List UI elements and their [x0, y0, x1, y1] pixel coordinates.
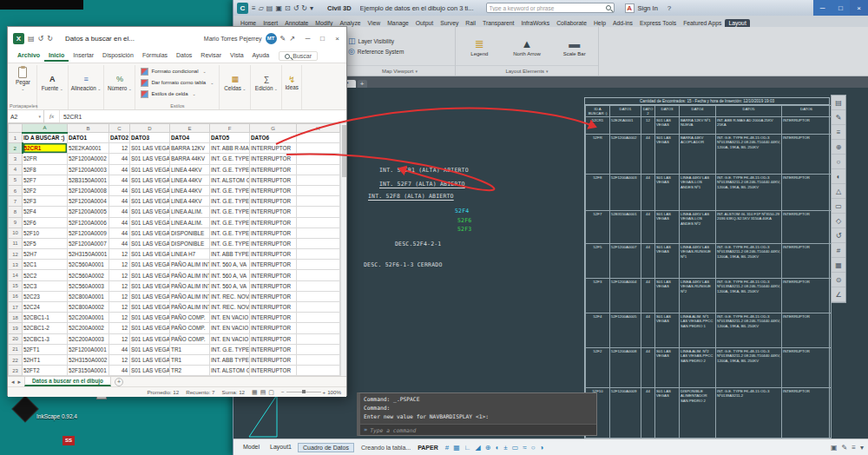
cell[interactable]: INTERRUPTOR [250, 313, 297, 323]
cell[interactable]: INT. 560 A, VA [210, 280, 250, 291]
cell[interactable]: S01 LAS VEGAS [130, 354, 170, 365]
cell[interactable]: 52F1200A0007 [68, 238, 109, 248]
cell[interactable]: 12 [109, 249, 130, 260]
row-header[interactable]: 1 [9, 133, 23, 143]
cell[interactable]: 52H7 [23, 249, 68, 260]
cell[interactable]: 52C3 [23, 280, 68, 291]
cell[interactable]: INTERRUPTOR [250, 228, 297, 238]
cell[interactable]: 12 [109, 313, 130, 323]
cell[interactable]: 52C1 [23, 260, 68, 270]
table-cell[interactable]: INTERRUPTOR [782, 135, 832, 175]
cell[interactable]: 52C24 [23, 302, 68, 313]
toolbar-tool-icon[interactable]: ▭ [832, 199, 845, 214]
app-menu-icon[interactable]: ≡ [252, 4, 256, 12]
cell[interactable]: 52C23 [23, 291, 68, 301]
cell[interactable]: 52C800A0002 [68, 302, 109, 313]
cell[interactable]: 52CBC1-3 [23, 333, 68, 344]
cell[interactable] [297, 133, 340, 143]
status-toggle-icon[interactable]: ◑ [539, 444, 543, 452]
table-cell[interactable]: INT. G.E. TYPE FK-48-15 OD-3 Nº0139A3211… [716, 279, 782, 313]
qat-menu-icon[interactable]: ▾ [310, 4, 313, 12]
cell[interactable]: 52FT2 [23, 366, 68, 376]
cell[interactable]: DATO6 [250, 133, 297, 143]
row-header[interactable]: 12 [9, 249, 23, 260]
row-header[interactable]: 19 [9, 323, 23, 333]
status-toggle-icon[interactable]: ◐ [495, 444, 499, 452]
cell[interactable] [297, 207, 340, 217]
excel-ribbon-tab[interactable]: Revisar [196, 50, 226, 62]
cell[interactable]: LINEA ALIM. [170, 207, 210, 217]
cell[interactable]: 52F3 [23, 196, 68, 207]
cell[interactable]: 44 [109, 207, 130, 217]
toolbar-tool-icon[interactable]: △ [832, 184, 845, 199]
number-group-button[interactable]: Número [104, 65, 135, 109]
column-header[interactable]: F [210, 124, 250, 133]
sheet-tab[interactable]: Datos a buscar en el dibujo [24, 377, 111, 386]
cell[interactable]: 52E2KA0001 [68, 143, 109, 154]
toolbar-tool-icon[interactable]: ▦ [832, 258, 845, 273]
cell[interactable]: S01 LAS VEGAS [130, 217, 170, 228]
cell[interactable]: 44 [109, 228, 130, 238]
table-cell[interactable]: 52F5 [586, 244, 610, 279]
column-header[interactable]: A [23, 124, 68, 133]
cell[interactable]: 12 [109, 302, 130, 313]
cell[interactable]: 52C560A0002 [68, 270, 109, 280]
panel-label[interactable]: Layout Elements [456, 65, 598, 76]
cell[interactable] [297, 302, 340, 313]
cell[interactable]: 52C2 [23, 270, 68, 280]
table-cell[interactable]: 52CR1 [586, 117, 610, 135]
toolbar-tool-icon[interactable]: ⊕ [832, 140, 845, 155]
cell[interactable]: PAÑO ALIM INT. [170, 280, 210, 291]
table-cell[interactable]: 44 [641, 175, 655, 211]
table-row[interactable]: 52F4 52F1200A0005 44 S01 LAS VEGAS LINEA… [586, 313, 832, 348]
cell[interactable] [297, 196, 340, 207]
excel-ribbon-tab[interactable]: Ayuda [248, 50, 274, 62]
cell[interactable]: 52H3150A0001 [68, 249, 109, 260]
table-cell[interactable]: S01 LAS VEGAS [655, 135, 680, 175]
status-tool-icon[interactable]: ▣ [831, 444, 838, 452]
table-cell[interactable]: INT. G.E. TYPE FK-48-15 OD-3 Nº0139A3211… [716, 175, 782, 211]
row-header[interactable]: 20 [9, 333, 23, 344]
reference-system-button[interactable]: ◎ Reference System [348, 47, 451, 56]
view-mode-icon[interactable]: ▢ [268, 389, 274, 396]
cell[interactable] [297, 175, 340, 185]
toolbar-tool-icon[interactable]: ○ [832, 155, 845, 169]
cell[interactable]: 44 [109, 217, 130, 228]
row-header[interactable]: 23 [9, 366, 23, 376]
cell[interactable]: 52F2 [23, 185, 68, 195]
cell[interactable]: DATO5 [210, 133, 250, 143]
cell[interactable]: 52F1200A0003 [68, 164, 109, 175]
table-cell[interactable]: INTERRUPTOR [782, 388, 832, 439]
ideas-button[interactable]: Ideas [282, 65, 301, 109]
table-cell[interactable]: 52F1200A0008 [610, 348, 641, 388]
table-cell[interactable]: INT. G.E. TYPE FK-48-15 OD-3 Nº0139A3211… [716, 135, 782, 175]
cell[interactable]: 52FR [23, 154, 68, 164]
next-sheet-button[interactable]: ▸ [18, 379, 22, 386]
cell[interactable] [297, 313, 340, 323]
cell[interactable]: INTERRUPTOR [250, 344, 297, 354]
ribbon-tab[interactable]: InfraWorks [517, 19, 553, 27]
table-cell[interactable]: INT. ALSTOM GL 310 F1P Nº3550-29 2036 63… [716, 211, 782, 244]
toolbar-tool-icon[interactable]: ↺ [832, 228, 845, 243]
cell[interactable]: INTERRUPTOR [250, 302, 297, 313]
redo-icon[interactable]: ↻ [47, 35, 53, 43]
table-row[interactable]: 52F10 52F1200A0009 44 S01 LAS VEGAS DISP… [586, 388, 832, 439]
drawing-text[interactable]: 52F3 [457, 226, 471, 233]
cell[interactable]: TR2 [170, 366, 210, 376]
cell[interactable]: TR1 [170, 354, 210, 365]
ribbon-tab[interactable]: Layout [725, 19, 749, 27]
table-cell[interactable]: INTERRUPTOR [782, 348, 832, 388]
row-header[interactable]: 15 [9, 280, 23, 291]
cell[interactable]: S01 LAS VEGAS [130, 238, 170, 248]
cell[interactable]: 44 [109, 185, 130, 195]
status-toggle-icon[interactable]: ∟ [464, 444, 471, 452]
formula-input[interactable]: 52CR1 [60, 110, 346, 122]
cell[interactable]: S01 LAS VEGAS [130, 164, 170, 175]
cell[interactable]: 44 [109, 154, 130, 164]
cell[interactable]: 12 [109, 280, 130, 291]
cell[interactable]: 12 [109, 260, 130, 270]
cell[interactable]: INT. ABB R-MAG [210, 143, 250, 154]
toolbar-tool-icon[interactable]: ≡ [832, 125, 845, 140]
toolbar-tool-icon[interactable]: ✎ [832, 110, 845, 125]
cell[interactable]: PAÑO ALIM INT. [170, 291, 210, 301]
